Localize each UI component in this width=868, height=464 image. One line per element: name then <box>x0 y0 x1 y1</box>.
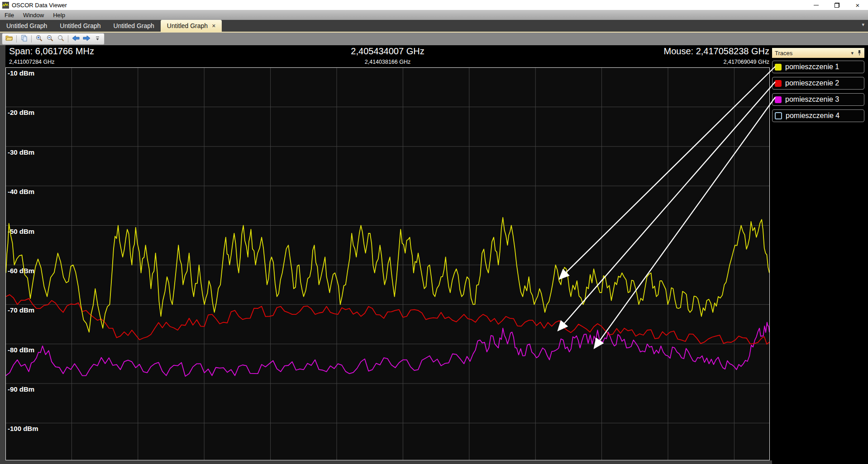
y-tick-label: -30 dBm <box>8 148 34 156</box>
tab-label: Untitled Graph <box>114 22 154 29</box>
pin-icon[interactable] <box>857 50 862 56</box>
tab-untitled-graph-4[interactable]: Untitled Graph× <box>161 20 222 32</box>
trace-line-pomieszczenie-2 <box>6 295 769 345</box>
tab-untitled-graph-3[interactable]: Untitled Graph <box>107 20 161 32</box>
trace-label: pomieszczenie 2 <box>785 79 839 87</box>
traces-panel-title: Traces <box>775 50 847 57</box>
menu-item-file[interactable]: File <box>0 10 19 20</box>
y-tick-label: -40 dBm <box>8 188 34 195</box>
tab-untitled-graph-1[interactable]: Untitled Graph <box>0 20 53 32</box>
left-edge-strip <box>0 45 5 464</box>
menu-item-window[interactable]: Window <box>19 10 48 20</box>
open-file-button[interactable] <box>4 34 14 43</box>
spectrum-chart-svg: -10 dBm-20 dBm-30 dBm-40 dBm-50 dBm-60 d… <box>6 68 769 460</box>
y-tick-label: -90 dBm <box>8 385 34 393</box>
zoom-in-button[interactable] <box>34 34 44 43</box>
trace-toggle-1[interactable]: pomieszczenie 1 <box>772 61 864 73</box>
trace-color-swatch <box>775 96 782 103</box>
zoom-out-button[interactable] <box>45 34 55 43</box>
app-icon <box>2 2 9 9</box>
traces-panel: Traces ▾ pomieszczenie 1pomieszczenie 2p… <box>772 48 864 122</box>
trace-line-pomieszczenie-1 <box>6 218 769 332</box>
y-tick-label: -20 dBm <box>8 109 34 116</box>
trace-color-swatch <box>775 80 782 87</box>
window-title: OSCOR Data Viewer <box>12 2 67 9</box>
trace-toggle-3[interactable]: pomieszczenie 3 <box>772 93 864 106</box>
toolbar-overflow-button[interactable] <box>92 34 102 43</box>
y-tick-label: -10 dBm <box>8 69 34 77</box>
trace-toggle-2[interactable]: pomieszczenie 2 <box>772 77 864 90</box>
tab-label: Untitled Graph <box>6 22 47 29</box>
folder-icon <box>5 35 13 43</box>
toolbar-island <box>2 33 105 45</box>
zoom-in-icon <box>36 35 43 43</box>
bottom-edge-strip <box>0 460 772 464</box>
close-button[interactable]: × <box>847 0 868 10</box>
menu-item-help[interactable]: Help <box>48 10 70 20</box>
back-button[interactable] <box>71 34 81 43</box>
title-bar: OSCOR Data Viewer × <box>0 0 868 10</box>
trace-label: pomieszczenie 1 <box>785 63 839 71</box>
minimize-icon <box>814 5 819 5</box>
arrow-left-icon <box>72 35 80 43</box>
zoom-reset-button[interactable] <box>56 34 66 43</box>
tab-bar: ▾ Untitled GraphUntitled GraphUntitled G… <box>0 20 868 33</box>
tab-label: Untitled Graph <box>167 22 208 29</box>
restore-button[interactable] <box>826 0 847 10</box>
toolbar-separator <box>16 35 17 43</box>
traces-panel-header: Traces ▾ <box>772 48 864 58</box>
y-tick-label: -70 dBm <box>8 306 34 314</box>
trace-color-swatch <box>775 64 782 71</box>
overflow-icon <box>95 35 100 43</box>
panel-menu-icon[interactable]: ▾ <box>851 50 854 56</box>
y-tick-label: -60 dBm <box>8 267 34 275</box>
tab-close-icon[interactable]: × <box>212 22 215 29</box>
toolbar <box>0 33 868 45</box>
y-tick-label: -80 dBm <box>8 346 34 354</box>
y-axis-labels: -10 dBm-20 dBm-30 dBm-40 dBm-50 dBm-60 d… <box>8 69 38 432</box>
grid-lines <box>6 68 769 460</box>
tab-untitled-graph-2[interactable]: Untitled Graph <box>53 20 107 32</box>
restore-icon <box>835 3 839 8</box>
minimize-button[interactable] <box>806 0 826 10</box>
copy-icon <box>21 35 28 43</box>
zoom-out-icon <box>47 35 53 43</box>
menu-bar: FileWindowHelp <box>0 10 868 20</box>
forward-button[interactable] <box>81 34 91 43</box>
tab-label: Untitled Graph <box>60 22 100 29</box>
copy-button[interactable] <box>19 34 29 43</box>
trace-line-pomieszczenie-3 <box>6 322 769 376</box>
zoom-reset-icon <box>57 35 64 43</box>
trace-legend-list: pomieszczenie 1pomieszczenie 2pomieszcze… <box>772 61 864 122</box>
mouse-frequency-readout: Mouse: 2,417058238 GHz <box>6 46 769 57</box>
trace-label: pomieszczenie 3 <box>785 95 839 104</box>
toolbar-separator <box>68 35 68 43</box>
close-icon: × <box>856 2 860 9</box>
end-frequency-label: 2,417069049 GHz <box>6 59 769 65</box>
arrow-right-icon <box>83 35 91 43</box>
y-tick-label: -50 dBm <box>8 227 34 235</box>
tab-list-dropdown-icon[interactable]: ▾ <box>862 22 864 28</box>
spectrum-chart[interactable]: -10 dBm-20 dBm-30 dBm-40 dBm-50 dBm-60 d… <box>5 67 770 460</box>
toolbar-separator <box>31 35 32 43</box>
trace-color-swatch-unchecked <box>775 112 782 119</box>
trace-toggle-4[interactable]: pomieszczenie 4 <box>772 109 864 122</box>
y-tick-label: -100 dBm <box>8 425 38 432</box>
trace-label: pomieszczenie 4 <box>786 112 839 120</box>
main-content: Span: 6,061766 MHz 2,405434007 GHz Mouse… <box>0 45 868 464</box>
